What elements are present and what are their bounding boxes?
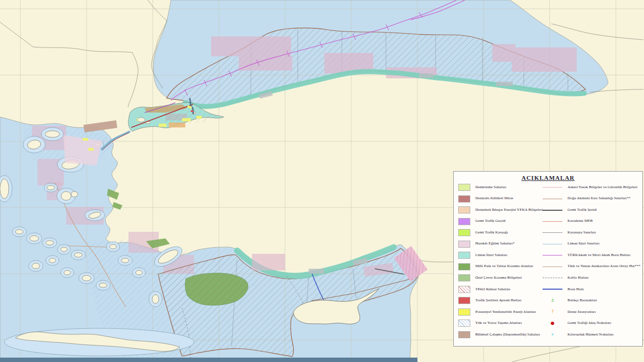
legend-label: TÜRKAkım ve Mavi Akım Boru Hatları [567, 253, 630, 258]
legend-label: Potansiyel Yenilenebilir Enerji Alanları [475, 310, 536, 315]
legend-area-row: Denizüstü Rüzgar Enerjisi YEKA Bölgeleri [458, 205, 543, 215]
legend-label: Bilimsel Çalışma (Depremsellik) Sahaları [475, 333, 540, 337]
legend-marker-row: Kablo Hatları [543, 273, 640, 283]
legend-label: Harekât Eğitim Sahaları* [475, 242, 514, 246]
legend-label: Liman İdari Sınırları [567, 242, 599, 246]
legend-marker-row: Karasuyu Sınırları [543, 228, 640, 237]
legend-area-row: Bilimsel Çalışma (Depremsellik) Sahaları [458, 330, 543, 339]
line-sample-icon [543, 278, 562, 278]
legend-area-row: Demirleme Sahaları [458, 183, 543, 192]
legend-box: AÇIKLAMALAR Demirleme SahalarıDenizaltı … [453, 171, 643, 347]
legend-label: Gemi Trafiği Akış Noktaları [567, 321, 611, 326]
area-swatch-icon [458, 252, 470, 259]
line-sample-icon [543, 232, 562, 233]
legend-label: Demirleme Sahaları [475, 185, 506, 190]
legend-marker-row: Doğu Akdeniz Kıta Sahanlığı Sınırları** [543, 194, 640, 204]
legend-label: Karadeniz MEB [567, 219, 593, 223]
legend-areas: Demirleme SahalarıDenizaltı Kültürel Mir… [458, 183, 543, 339]
legend-label: TPAO Ruhsat Sahaları [475, 288, 511, 292]
area-swatch-icon [458, 331, 470, 338]
legend-label: Doğu Akdeniz Kıta Sahanlığı Sınırları** [567, 196, 630, 201]
legend-label: Denizaltı Kültürel Miras [475, 196, 513, 201]
legend-label: Türk ve Yunan Anakaraları Arası Ortay Ha… [567, 264, 640, 269]
legend-area-row: Denizaltı Kültürel Miras [458, 194, 543, 204]
legend-label: Trafik Şeritleri Ayırım Hatları [475, 299, 522, 303]
bottom-neatline [0, 358, 417, 362]
legend-label: Liman İdari Sahaları [475, 253, 507, 258]
line-sample-icon [543, 199, 562, 199]
legend-label: Kablo Hatları [567, 276, 588, 280]
legend-area-row: Harekât Eğitim Sahaları* [458, 239, 543, 249]
legend-area-row: Gemi Trafik Kavşağı [458, 228, 543, 237]
area-swatch-icon [458, 241, 470, 248]
legend-marker-row: Türk ve Yunan Anakaraları Arası Ortay Ha… [543, 262, 640, 272]
symbol-sample-icon: ? [543, 310, 562, 315]
legend-marker-row: Boru Hattı [543, 285, 640, 294]
legend-label: Karasuyu Sınırları [567, 231, 596, 235]
area-swatch-icon [458, 274, 470, 281]
legend-area-row: TPAO Ruhsat Sahaları [458, 285, 543, 294]
legend-area-row: Milli Park ve Tabiat Koruma Alanları [458, 262, 543, 272]
legend-label: Askeri Yasak Bölgeler ve Güvenlik Bölgel… [567, 185, 637, 190]
legend-area-row: Potansiyel Yenilenebilir Enerji Alanları [458, 307, 543, 317]
area-swatch-icon [458, 297, 470, 304]
legend-label: Deniz İstasyonları [567, 310, 595, 315]
legend-label: Milli Park ve Tabiat Koruma Alanları [475, 264, 533, 269]
legend-marker-row: ⚓Balıkçı Barınakları [543, 296, 640, 305]
area-swatch-icon [458, 286, 470, 293]
symbol-sample-icon: ● [543, 321, 562, 326]
legend-markers: Askeri Yasak Bölgeler ve Güvenlik Bölgel… [543, 183, 640, 339]
legend-marker-row: ✶Kılavuzluk Hizmeti Noktaları [543, 330, 640, 339]
legend-marker-row: Karadeniz MEB [543, 217, 640, 226]
area-swatch-icon [458, 263, 470, 270]
legend-label: Yük ve Yolcu Taşıma Alanları [475, 321, 522, 326]
area-swatch-icon [458, 229, 470, 236]
legend-label: Gemi Trafik Şeridi [567, 208, 597, 212]
area-swatch-icon [458, 320, 470, 327]
legend-marker-row: TÜRKAkım ve Mavi Akım Boru Hatları [543, 251, 640, 260]
legend-area-row: Gemi Trafik Geçidi [458, 217, 543, 226]
legend-marker-row: Liman İdari Sınırları [543, 239, 640, 249]
legend-marker-row: Askeri Yasak Bölgeler ve Güvenlik Bölgel… [543, 183, 640, 192]
line-sample-icon [543, 187, 562, 188]
legend-area-row: Trafik Şeritleri Ayırım Hatları [458, 296, 543, 305]
legend-title: AÇIKLAMALAR [458, 174, 638, 181]
symbol-sample-icon: ⚓ [543, 298, 562, 303]
area-swatch-icon [458, 195, 470, 203]
legend-area-row: Yük ve Yolcu Taşıma Alanları [458, 318, 543, 328]
legend-label: Balıkçı Barınakları [567, 299, 597, 303]
line-sample-icon [543, 267, 562, 267]
legend-area-row: Özel Çevre Koruma Bölgeleri [458, 273, 543, 283]
legend-label: Kılavuzluk Hizmeti Noktaları [567, 333, 614, 337]
legend-marker-row: ●Gemi Trafiği Akış Noktaları [543, 318, 640, 328]
legend-marker-row: ?Deniz İstasyonları [543, 307, 640, 317]
area-swatch-icon [458, 308, 470, 316]
area-swatch-icon [458, 184, 470, 191]
area-swatch-icon [458, 206, 470, 214]
line-sample-icon [543, 210, 562, 211]
legend-label: Boru Hattı [567, 288, 584, 292]
line-sample-icon [543, 255, 562, 255]
line-sample-icon [543, 289, 562, 290]
legend-label: Gemi Trafik Kavşağı [475, 231, 508, 235]
map-page: AÇIKLAMALAR Demirleme SahalarıDenizaltı … [0, 0, 644, 362]
line-sample-icon [543, 244, 562, 244]
symbol-sample-icon: ✶ [543, 332, 562, 337]
area-swatch-icon [458, 218, 470, 225]
legend-label: Özel Çevre Koruma Bölgeleri [475, 276, 522, 280]
legend-marker-row: Gemi Trafik Şeridi [543, 205, 640, 215]
line-sample-icon [543, 221, 562, 222]
legend-label: Gemi Trafik Geçidi [475, 219, 506, 223]
legend-label: Denizüstü Rüzgar Enerjisi YEKA Bölgeleri [475, 208, 543, 212]
legend-area-row: Liman İdari Sahaları [458, 251, 543, 260]
